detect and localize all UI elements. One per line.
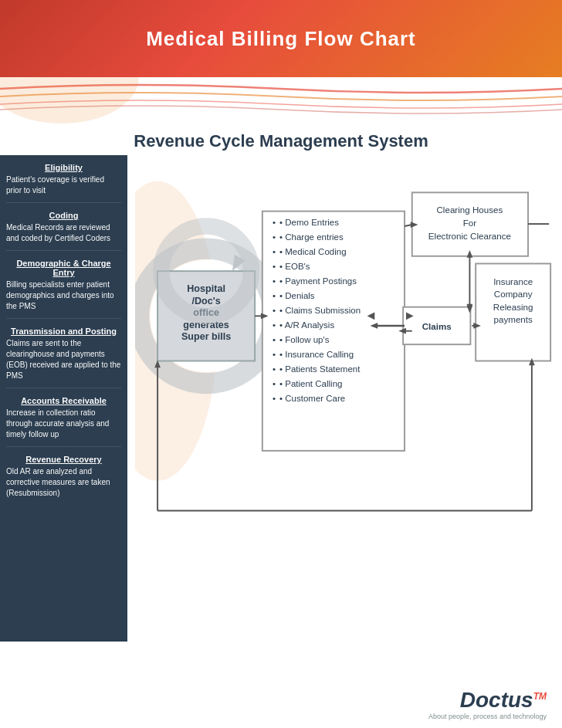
page-title: Medical Billing Flow Chart: [146, 27, 416, 51]
services-list-container: • Demo Entries• Charge entries• Medical …: [273, 215, 415, 406]
transmission-desc: Claims are sent to the clearinghouse and…: [6, 339, 120, 380]
service-item: • Customer Care: [273, 391, 415, 406]
service-item: • Insurance Calling: [273, 347, 415, 362]
svg-text:payments: payments: [493, 314, 533, 324]
svg-text:For: For: [463, 218, 477, 228]
subtitle-text: Revenue Cycle Management System: [134, 131, 428, 151]
svg-marker-41: [154, 361, 161, 368]
service-item: • Patient Calling: [273, 377, 415, 391]
demographic-desc: Billing specialists enter patient demogr…: [6, 280, 114, 310]
sidebar-item-coding: Coding Medical Records are reviewed and …: [6, 211, 121, 251]
service-item: • Medical Coding: [273, 245, 415, 259]
svg-marker-4: [227, 255, 245, 274]
svg-text:Electronic Clearance: Electronic Clearance: [428, 231, 511, 241]
sidebar-item-eligibility: Eligibility Patient's coverage is verifi…: [6, 163, 121, 203]
service-item: • Demo Entries: [273, 215, 415, 230]
eligibility-title: Eligibility: [6, 163, 121, 172]
svg-point-1: [135, 181, 218, 481]
sidebar: Eligibility Patient's coverage is verifi…: [0, 155, 127, 642]
svg-text:/Doc's: /Doc's: [191, 296, 220, 306]
service-item: • Charge entries: [273, 230, 415, 245]
coding-title: Coding: [6, 211, 121, 220]
services-list: • Demo Entries• Charge entries• Medical …: [273, 215, 415, 406]
service-item: • Patients Statement: [273, 362, 415, 377]
demographic-title: Demographic & Charge Entry: [6, 259, 121, 277]
svg-text:Company: Company: [494, 289, 533, 299]
svg-text:Hospital: Hospital: [187, 283, 225, 294]
svg-marker-30: [473, 323, 481, 329]
svg-text:office: office: [193, 307, 219, 318]
service-item: • A/R Analysis: [273, 318, 415, 333]
content-area: Hospital /Doc's office generates Super b…: [127, 155, 562, 642]
svg-marker-39: [529, 358, 535, 366]
svg-marker-5: [227, 255, 245, 274]
transmission-title: Transmission and Posting: [6, 327, 121, 336]
main-layout: Eligibility Patient's coverage is verifi…: [0, 155, 562, 642]
sidebar-item-transmission: Transmission and Posting Claims are sent…: [6, 327, 121, 388]
trademark: TM: [533, 691, 547, 702]
brand-container: DoctusTM About people, process and techn…: [428, 688, 547, 720]
subtitle-section: Revenue Cycle Management System: [0, 124, 562, 155]
service-item: • Denials: [273, 289, 415, 303]
eligibility-desc: Patient's coverage is verified prior to …: [6, 175, 104, 195]
svg-point-3: [150, 260, 262, 372]
service-item: • Follow up's: [273, 333, 415, 347]
header: Medical Billing Flow Chart: [0, 0, 562, 77]
sidebar-item-accounts: Accounts Receivable Increase in collecti…: [6, 396, 121, 447]
svg-text:Releasing: Releasing: [493, 302, 533, 312]
svg-rect-6: [157, 271, 255, 361]
svg-text:Insurance: Insurance: [493, 276, 533, 286]
svg-text:Super bills: Super bills: [181, 331, 231, 342]
svg-marker-27: [467, 306, 473, 313]
sidebar-item-revenue: Revenue Recovery Old AR are analyzed and…: [6, 455, 121, 505]
footer: DoctusTM About people, process and techn…: [0, 666, 562, 728]
svg-text:generates: generates: [183, 320, 229, 330]
brand-name: Doctus: [460, 688, 533, 712]
svg-marker-25: [261, 313, 269, 319]
sidebar-item-demographic: Demographic & Charge Entry Billing speci…: [6, 259, 121, 319]
svg-marker-42: [467, 250, 473, 258]
wave-decoration: [0, 77, 562, 124]
service-item: • Payment Postings: [273, 274, 415, 289]
svg-point-0: [0, 77, 139, 124]
brand-logo: DoctusTM: [428, 688, 547, 713]
accounts-desc: Increase in collection ratio through acc…: [6, 408, 109, 438]
brand-tagline: About people, process and technology: [428, 713, 547, 720]
coding-desc: Medical Records are reviewed and coded b…: [6, 223, 110, 242]
svg-point-2: [139, 249, 274, 384]
revenue-title: Revenue Recovery: [6, 455, 121, 464]
service-item: • Claims Submission: [273, 303, 415, 318]
svg-text:Clearing Houses: Clearing Houses: [436, 205, 503, 215]
svg-marker-43: [467, 304, 473, 312]
accounts-title: Accounts Receivable: [6, 396, 121, 405]
revenue-desc: Old AR are analyzed and corrective measu…: [6, 467, 110, 497]
service-item: • EOB's: [273, 259, 415, 274]
svg-rect-13: [412, 192, 528, 256]
svg-rect-17: [476, 263, 550, 361]
svg-text:Claims: Claims: [422, 321, 452, 331]
flow-chart: Hospital /Doc's office generates Super b…: [135, 163, 554, 634]
